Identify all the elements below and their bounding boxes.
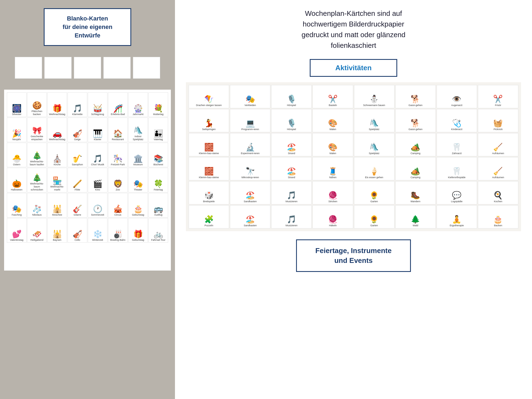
card-label: Gitarre — [74, 213, 81, 216]
right-card-item: 🎙️ Hörspiel — [271, 109, 312, 132]
card-icon-right: 🎭 — [245, 95, 255, 103]
card-label-right: Experiment-ieren — [241, 152, 260, 155]
card-label-right: Hörspiel — [287, 104, 296, 107]
card-label-right: Augenarzt — [451, 104, 462, 107]
right-card-item: 🧩 Puzzeln — [189, 205, 229, 228]
card-icon: 🎸 — [73, 205, 82, 213]
card-icon-right: 🪁 — [204, 95, 214, 103]
right-card-item: 🎲 Brettspiele — [189, 181, 229, 204]
left-card-item: 🥁 Schlagzeug — [88, 92, 107, 117]
card-icon: 🎃 — [12, 180, 22, 188]
card-icon: 🥁 — [93, 105, 103, 112]
header-text: Wochenplan-Kärtchen sind auf hochwertige… — [186, 8, 521, 51]
right-card-item: 🏖️ Sandkasten — [230, 181, 270, 204]
card-icon: 🪈 — [73, 180, 82, 188]
card-label: Ostern — [13, 163, 20, 166]
right-card-item: 🔭 Mikroskop-ieren — [230, 157, 270, 180]
card-label-right: Ergotherapie — [450, 224, 464, 227]
card-label-right: Gassi-gehen — [408, 128, 422, 131]
card-icon-right: 🛝 — [369, 119, 379, 127]
right-card-item: 🎂 Backen — [478, 205, 518, 228]
right-card-item: 🏖️ Strand — [271, 157, 312, 180]
card-icon-right: 🧹 — [493, 168, 503, 175]
right-card-item: 🎙️ Hörspiel — [271, 85, 312, 108]
card-label-right: Logopädie — [451, 200, 463, 203]
card-label: Erlebnis-Bad — [111, 113, 125, 116]
right-card-item: 🎵 Musizieren — [271, 205, 312, 228]
card-label-right: Programm-ieren — [241, 128, 259, 131]
card-icon: 🦁 — [113, 180, 123, 188]
card-label: Kirche — [54, 163, 61, 166]
left-card-item: 🕌 Bayram — [47, 218, 67, 243]
card-label-right: Zahnarzt — [452, 152, 462, 155]
right-card-item: 🐕 Gassi-gehen — [395, 109, 436, 132]
card-label: Geschenke einpacken — [28, 135, 46, 141]
card-label: Valentinstag — [10, 239, 24, 242]
left-card-item: 🦁 Zoo — [108, 168, 128, 192]
left-card-item: 🧦 Nikolaus — [27, 193, 47, 218]
card-icon-right: 🎲 — [204, 192, 214, 199]
left-card-item: 🎀 Geschenke einpacken — [27, 118, 47, 142]
card-label-right: Klemm-bau-steine — [199, 176, 219, 179]
card-label: Jahrmarkt — [133, 113, 144, 116]
card-label-right: Mikroskop-ieren — [241, 176, 259, 179]
card-label-right: Musizieren — [286, 224, 298, 227]
right-card-item: 🧹 Aufräumen — [478, 157, 518, 180]
card-label-right: Klemm-bau-steine — [199, 152, 219, 155]
card-label-right: Brettspiele — [203, 200, 215, 203]
card-icon-right: 🧶 — [328, 192, 338, 199]
card-label-right: Spielplatz — [369, 152, 379, 155]
card-label: Feiertag — [154, 188, 163, 191]
left-card-item: ❄️ Winterzeit — [88, 218, 107, 243]
left-card-item: 🚗 Weihnachtstag — [47, 118, 67, 142]
card-label: Winterzeit — [92, 239, 103, 242]
card-label: Bowling-Bahn — [110, 239, 125, 242]
card-label: Geige — [74, 138, 81, 141]
card-icon: 🎬 — [93, 180, 103, 188]
card-label-right: Gassi-gehen — [408, 104, 422, 107]
blank-card-3 — [74, 57, 101, 79]
left-card-item: 🎪 Circus — [108, 193, 128, 218]
left-card-item: 🎁 Geburtstag — [128, 218, 148, 243]
left-card-item: 🎵 Chor/ Musik — [88, 143, 107, 167]
right-activity-grid: 🪁 Drachen steigen lassen 🎭 Verkleiden 🎙️… — [186, 82, 521, 231]
right-card-item: 🪁 Drachen steigen lassen — [189, 85, 229, 108]
card-label: Museum — [133, 163, 143, 166]
right-card-item: 🧹 Aufräumen — [478, 133, 518, 156]
card-label: Klavier — [94, 138, 101, 141]
card-icon-right: 💃 — [204, 119, 214, 127]
card-label: Klarinette — [72, 113, 83, 116]
card-label: Fahrrad-Tour — [151, 239, 165, 242]
right-card-item: 🎨 Malen — [312, 133, 353, 156]
left-card-item: 🎡 Jahrmarkt — [128, 92, 148, 117]
right-card-item: 🐕 Gassi-gehen — [395, 85, 436, 108]
left-card-item: 👨‍👧 Vatertag — [148, 118, 168, 142]
right-card-item: 🧶 Häkeln — [312, 205, 353, 228]
card-icon: ❄️ — [93, 230, 103, 238]
card-icon: 🎉 — [12, 130, 22, 137]
card-label-right: Nähen — [329, 176, 337, 179]
card-label: Moschee — [52, 213, 62, 216]
card-icon: 🎵 — [93, 155, 103, 163]
right-card-item: 🌻 Garten — [354, 181, 394, 204]
card-label: Weihnachtstag — [49, 113, 65, 116]
left-card-item: 🎢 Erlebnis-Bad — [108, 92, 128, 117]
card-icon-right: 🏕️ — [411, 143, 420, 151]
card-icon-right: ✂️ — [328, 95, 338, 103]
card-icon-right: 🎙️ — [287, 95, 296, 103]
card-icon: 🐣 — [12, 155, 22, 163]
card-icon: 💐 — [154, 105, 163, 112]
left-card-item: 🎁 Weihnachtstag — [47, 92, 67, 117]
card-label: Vatertag — [154, 138, 163, 141]
right-card-item: 🧱 Klemm-bau-steine — [189, 133, 229, 156]
left-card-item: 🎆 Silvester — [7, 92, 27, 117]
card-label-right: Verkleiden — [244, 104, 256, 107]
left-panel: Blanko-Karten für deine eigenen Entwürfe… — [0, 0, 175, 399]
left-card-item: 🎄 Weihnachts-baum kaufen — [27, 143, 47, 167]
card-icon: 🚲 — [154, 230, 163, 238]
card-label: Cello — [75, 239, 80, 242]
card-icon: 🍀 — [154, 180, 163, 188]
card-label-right: Basteln — [329, 104, 337, 107]
card-label: Weihnachtstag — [49, 138, 65, 141]
card-icon-right: 🔬 — [245, 143, 255, 151]
